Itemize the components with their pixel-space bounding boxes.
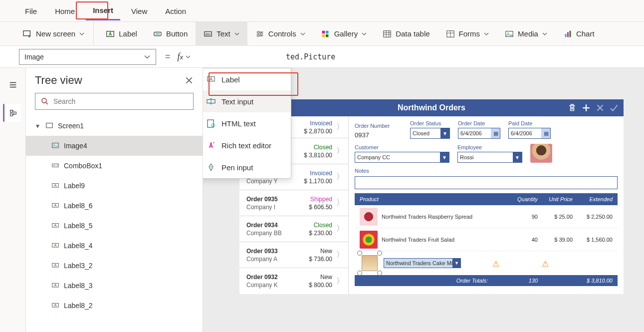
chevron-right-icon: 〉 xyxy=(336,122,344,132)
employee-dropdown[interactable]: Rossi▼ xyxy=(457,152,522,163)
forms-icon xyxy=(446,29,455,38)
menuitem-label[interactable]: Label xyxy=(203,68,291,90)
customer-label: Customer xyxy=(355,144,449,150)
chevron-down-icon[interactable] xyxy=(185,52,191,61)
resize-handle[interactable] xyxy=(357,251,362,256)
menu-insert[interactable]: Insert xyxy=(86,1,120,20)
tree-label9[interactable]: Label9 xyxy=(26,176,203,196)
new-screen-label: New screen xyxy=(36,29,75,38)
resize-handle[interactable] xyxy=(377,251,382,256)
gallery-button[interactable]: Gallery xyxy=(313,22,375,46)
svg-rect-34 xyxy=(208,120,214,127)
controls-button[interactable]: Controls xyxy=(247,22,313,46)
resize-handle[interactable] xyxy=(357,271,362,276)
chevron-right-icon: 〉 xyxy=(336,250,344,260)
order-status: Closed xyxy=(304,144,332,151)
controls-icon xyxy=(255,29,264,38)
tree-label8-2[interactable]: Label8_2 xyxy=(26,296,203,316)
forms-button[interactable]: Forms xyxy=(438,22,497,46)
check-icon[interactable] xyxy=(610,103,619,112)
button-button[interactable]: Button xyxy=(145,22,196,46)
svg-rect-21 xyxy=(46,123,52,128)
fx-symbol: fx xyxy=(178,51,184,62)
status-dropdown[interactable]: Closed▼ xyxy=(410,128,450,139)
menuitem-peninput[interactable]: Pen input xyxy=(203,156,291,178)
text-dropdown-menu: Label Text input HTML text Rich text edi… xyxy=(203,68,291,179)
ribbon-controls-label: Controls xyxy=(268,29,296,38)
order-status: New xyxy=(309,248,332,255)
button-icon xyxy=(153,29,162,38)
product-price: $ 25.00 xyxy=(538,214,573,220)
text-button[interactable]: Abc Text xyxy=(196,22,247,46)
col-price: Unit Price xyxy=(538,196,573,202)
orderdate-label: Order Date xyxy=(458,120,500,126)
order-company: Company I xyxy=(246,204,278,211)
order-amount: $ 1,170.00 xyxy=(304,178,332,185)
label-icon xyxy=(106,29,115,38)
svg-point-35 xyxy=(212,124,215,127)
menuitem-richtext[interactable]: Rich text editor xyxy=(203,134,291,156)
ribbon-gallery-label: Gallery xyxy=(334,29,358,38)
tree-label8-4[interactable]: Label8_4 xyxy=(26,236,203,256)
search-input[interactable] xyxy=(53,97,188,105)
label-icon xyxy=(51,221,60,230)
hamburger-button[interactable] xyxy=(4,76,22,94)
search-box[interactable] xyxy=(35,93,194,110)
property-dropdown[interactable]: Image xyxy=(19,49,156,65)
new-product-row: Northwind Traders Cake Mix▼ ⚠ ⚠ xyxy=(355,251,618,275)
media-button[interactable]: Media xyxy=(497,22,555,46)
order-row[interactable]: Order 0932Company K New$ 800.00 〉 xyxy=(239,268,348,294)
text-icon: Abc xyxy=(204,29,213,38)
ordernum-value: 0937 xyxy=(355,130,402,139)
order-row[interactable]: Order 0933Company A New$ 736.00 〉 xyxy=(239,242,348,268)
chart-button[interactable]: Chart xyxy=(555,22,603,46)
treeview-rail-button[interactable] xyxy=(3,104,21,122)
new-screen-button[interactable]: New screen xyxy=(15,22,94,46)
chevron-down-icon xyxy=(542,31,547,36)
menuitem-htmltext[interactable]: HTML text xyxy=(203,112,291,134)
tree-image4[interactable]: Image4 xyxy=(26,136,203,156)
label-icon xyxy=(51,241,60,250)
order-amount: $ 3,810.00 xyxy=(304,152,332,159)
datatable-button[interactable]: Data table xyxy=(375,22,437,46)
formula-text[interactable]: ted.Picture xyxy=(286,52,335,61)
tree-label3-2[interactable]: Label3_2 xyxy=(26,256,203,276)
menu-action[interactable]: Action xyxy=(158,2,193,20)
selected-image-control[interactable] xyxy=(360,253,380,273)
totals-qty: 130 xyxy=(508,278,538,284)
totals-ext: $ 3,810.00 xyxy=(573,278,613,284)
chevron-down-icon xyxy=(484,31,489,36)
chevron-right-icon: 〉 xyxy=(336,224,344,234)
ribbon-chart-label: Chart xyxy=(576,29,595,38)
resize-handle[interactable] xyxy=(377,271,382,276)
label-button[interactable]: Label xyxy=(98,22,145,46)
menu-file[interactable]: File xyxy=(18,2,44,20)
order-row[interactable]: Order 0934Company BB Closed$ 230.00 〉 xyxy=(239,216,348,242)
tree-label8-6[interactable]: Label8_6 xyxy=(26,196,203,216)
chevron-down-icon xyxy=(234,31,239,36)
product-row[interactable]: Northwind Traders Raspberry Spread 90 $ … xyxy=(355,205,618,228)
close-icon[interactable] xyxy=(185,76,194,85)
tree-combobox1[interactable]: ComboBox1 xyxy=(26,156,203,176)
product-ext: $ 2,250.00 xyxy=(573,214,613,220)
customer-dropdown[interactable]: Company CC▼ xyxy=(355,152,449,163)
tree-screen1[interactable]: ▾ Screen1 xyxy=(26,116,203,136)
orderdate-input[interactable]: 6/4/2006▦ xyxy=(458,128,500,139)
order-row[interactable]: Order 0935Company I Shipped$ 606.50 〉 xyxy=(239,190,348,216)
notes-input[interactable] xyxy=(355,176,618,189)
menuitem-textinput[interactable]: Text input xyxy=(203,90,291,112)
paiddate-input[interactable]: 6/4/2006▦ xyxy=(508,128,551,139)
label-icon xyxy=(51,281,60,290)
newproduct-dropdown[interactable]: Northwind Traders Cake Mix▼ xyxy=(384,258,461,268)
ordernum-label: Order Number xyxy=(355,123,402,129)
order-title: Order 0932 xyxy=(246,274,278,281)
product-row[interactable]: Northwind Traders Fruit Salad 40 $ 39.00… xyxy=(355,228,618,251)
tree-label8-3[interactable]: Label8_3 xyxy=(26,276,203,296)
close-icon[interactable] xyxy=(596,103,605,112)
menu-view[interactable]: View xyxy=(124,2,154,20)
plus-icon[interactable] xyxy=(582,103,591,112)
menu-home[interactable]: Home xyxy=(48,2,82,20)
warning-icon: ⚠ xyxy=(492,259,500,267)
tree-label8-5[interactable]: Label8_5 xyxy=(26,216,203,236)
trash-icon[interactable] xyxy=(568,103,577,112)
